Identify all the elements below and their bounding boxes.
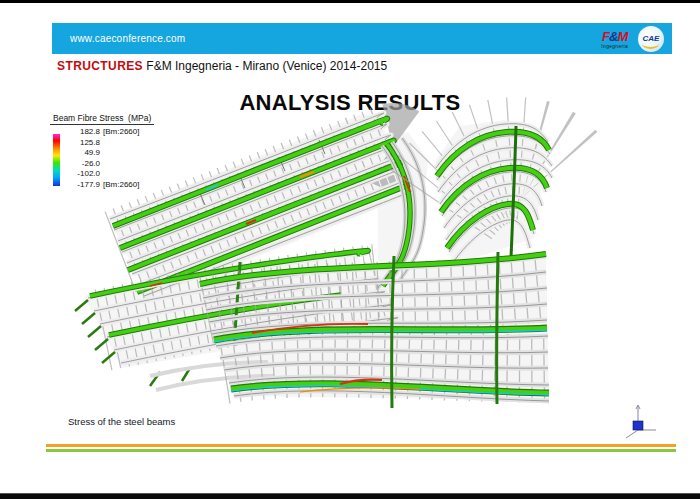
legend-entry: 182.8[Bm:2660] bbox=[67, 127, 154, 138]
fem-model-visualization bbox=[0, 0, 700, 499]
legend-colorbar bbox=[53, 134, 60, 186]
legend-entry: 49.9 bbox=[67, 148, 154, 159]
legend-entry: -26.0 bbox=[67, 159, 154, 170]
stress-legend: Beam Fibre Stress (MPa) 182.8[Bm:2660] 1… bbox=[50, 113, 154, 190]
axis-triad-icon bbox=[620, 400, 660, 440]
legend-entry: -102.0 bbox=[67, 169, 154, 180]
legend-entry: -177.9[Bm:2660] bbox=[67, 180, 154, 191]
legend-title: Beam Fibre Stress (MPa) bbox=[50, 113, 154, 125]
legend-entry: 125.8 bbox=[67, 138, 154, 149]
